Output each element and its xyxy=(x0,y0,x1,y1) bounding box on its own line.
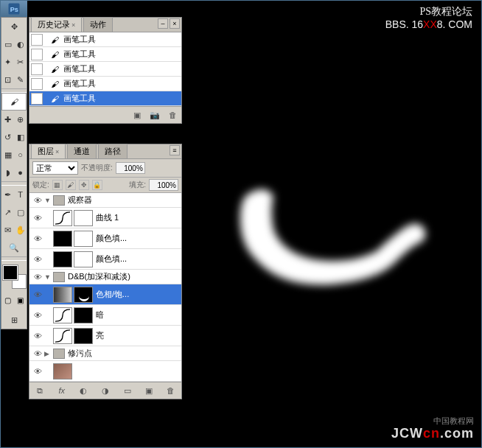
link-icon[interactable]: ⧉ xyxy=(32,385,47,396)
history-item[interactable]: 🖌画笔工具 xyxy=(29,47,181,62)
layer-thumbnail[interactable] xyxy=(53,363,72,379)
visibility-icon[interactable]: 👁 xyxy=(31,214,44,223)
layer-thumbnail[interactable] xyxy=(53,210,72,226)
layer-thumbnail[interactable] xyxy=(53,251,72,267)
mask-thumbnail[interactable] xyxy=(74,231,93,247)
tab-paths[interactable]: 路径 xyxy=(98,144,128,158)
mask-thumbnail[interactable] xyxy=(74,307,93,323)
expand-arrow-icon[interactable]: ▼ xyxy=(44,273,53,281)
visibility-icon[interactable]: 👁 xyxy=(31,367,44,376)
opacity-input[interactable] xyxy=(116,162,145,174)
marquee-tool[interactable]: ▭ xyxy=(1,35,14,53)
quickmask-on[interactable]: ▣ xyxy=(14,293,27,307)
history-item[interactable]: 🖌画笔工具 xyxy=(29,77,181,91)
wand-tool[interactable]: ✦ xyxy=(1,53,14,71)
screen-mode[interactable]: ⊞ xyxy=(1,311,27,329)
fx-icon[interactable]: fx xyxy=(55,385,69,396)
history-checkbox[interactable] xyxy=(31,63,43,75)
quickmask-off[interactable]: ▢ xyxy=(1,293,14,307)
visibility-icon[interactable]: 👁 xyxy=(31,234,44,243)
tab-history[interactable]: 历史记录× xyxy=(31,17,82,32)
expand-arrow-icon[interactable]: ▶ xyxy=(44,350,53,357)
slice-tool[interactable]: ⊡ xyxy=(1,71,14,88)
history-item[interactable]: 🖌画笔工具 xyxy=(29,32,181,47)
canvas[interactable] xyxy=(185,1,481,447)
history-checkbox[interactable] xyxy=(31,34,43,46)
visibility-icon[interactable]: 👁 xyxy=(31,196,44,205)
layer-row[interactable]: 👁暗 xyxy=(29,305,181,326)
mask-icon[interactable]: ◐ xyxy=(76,385,91,396)
history-brush-tool[interactable]: ↺ xyxy=(1,128,14,146)
layer-group[interactable]: 👁▼D&B(加深和减淡) xyxy=(29,270,181,284)
layer-row[interactable]: 👁色相/饱... xyxy=(29,284,181,305)
foreground-color[interactable] xyxy=(3,265,18,280)
layer-thumbnail[interactable] xyxy=(53,231,72,247)
eraser-tool[interactable]: ◧ xyxy=(14,128,27,146)
mask-thumbnail[interactable] xyxy=(74,287,93,303)
new-layer-icon[interactable]: ▣ xyxy=(142,385,156,396)
history-checkbox[interactable] xyxy=(31,78,43,90)
layer-row[interactable]: 👁 xyxy=(29,361,181,382)
close-icon[interactable]: × xyxy=(71,21,75,29)
history-checkbox[interactable] xyxy=(31,49,43,60)
layer-row[interactable]: 👁颜色填... xyxy=(29,249,181,270)
visibility-icon[interactable]: 👁 xyxy=(31,273,44,281)
adjustment-icon[interactable]: ◑ xyxy=(98,385,113,396)
sponge-tool[interactable]: ● xyxy=(14,164,27,181)
history-checkbox[interactable] xyxy=(31,93,43,105)
visibility-icon[interactable]: 👁 xyxy=(31,255,44,264)
camera-icon[interactable]: 📷 xyxy=(148,109,161,121)
brush-tool[interactable]: 🖌 xyxy=(1,93,27,111)
layer-row[interactable]: 👁颜色填... xyxy=(29,228,181,249)
panel-menu-icon[interactable]: ≡ xyxy=(170,145,180,155)
lasso-tool[interactable]: ◐ xyxy=(14,35,27,53)
mask-thumbnail[interactable] xyxy=(74,251,93,267)
history-item[interactable]: 🖌画笔工具 xyxy=(29,62,181,77)
visibility-icon[interactable]: 👁 xyxy=(31,290,44,299)
minimize-icon[interactable]: – xyxy=(158,18,168,29)
blur-tool[interactable]: ○ xyxy=(14,146,27,164)
eyedropper-tool[interactable]: ✎ xyxy=(14,71,27,88)
visibility-icon[interactable]: 👁 xyxy=(31,349,44,358)
healing-tool[interactable]: ✚ xyxy=(1,111,14,128)
close-panel-icon[interactable]: × xyxy=(170,18,180,29)
hand-tool[interactable]: ✋ xyxy=(14,221,27,239)
dodge-tool[interactable]: ◗ xyxy=(1,164,14,181)
close-icon[interactable]: × xyxy=(55,148,59,155)
layer-row[interactable]: 👁曲线 1 xyxy=(29,208,181,228)
mask-thumbnail[interactable] xyxy=(74,328,93,344)
blend-mode-select[interactable]: 正常 xyxy=(32,161,78,175)
path-tool[interactable]: ↗ xyxy=(1,203,14,221)
layer-group[interactable]: 👁▼观察器 xyxy=(29,193,181,208)
expand-arrow-icon[interactable]: ▼ xyxy=(44,197,53,204)
pen-tool[interactable]: ✒ xyxy=(1,186,14,203)
layer-thumbnail[interactable] xyxy=(53,328,72,344)
trash-icon[interactable]: 🗑 xyxy=(166,109,179,121)
new-snapshot-icon[interactable]: ▣ xyxy=(130,109,144,121)
tab-layers[interactable]: 图层× xyxy=(31,144,66,158)
tab-channels[interactable]: 通道 xyxy=(67,144,97,158)
stamp-tool[interactable]: ⊕ xyxy=(14,111,27,128)
fill-input[interactable] xyxy=(149,179,178,191)
gradient-tool[interactable]: ▦ xyxy=(1,146,14,164)
zoom-tool[interactable]: 🔍 xyxy=(1,239,27,256)
delete-icon[interactable]: 🗑 xyxy=(164,385,178,396)
group-icon[interactable]: ▭ xyxy=(120,385,135,396)
layer-thumbnail[interactable] xyxy=(53,307,72,323)
history-item[interactable]: 🖌画笔工具 xyxy=(29,91,181,106)
lock-transparency-icon[interactable]: ▦ xyxy=(52,180,63,190)
mask-thumbnail[interactable] xyxy=(74,210,93,226)
shape-tool[interactable]: ▢ xyxy=(14,203,27,221)
layer-row[interactable]: 👁亮 xyxy=(29,326,181,346)
layer-thumbnail[interactable] xyxy=(53,287,72,303)
lock-all-icon[interactable]: 🔒 xyxy=(92,180,102,190)
move-tool[interactable]: ✥ xyxy=(1,18,27,35)
notes-tool[interactable]: ✉ xyxy=(1,221,14,239)
lock-paint-icon[interactable]: 🖌 xyxy=(66,180,76,190)
layer-group[interactable]: 👁▶修污点 xyxy=(29,346,181,361)
visibility-icon[interactable]: 👁 xyxy=(31,311,44,320)
tab-actions[interactable]: 动作 xyxy=(83,17,113,32)
type-tool[interactable]: T xyxy=(14,186,27,203)
color-swatches[interactable] xyxy=(1,264,28,290)
lock-position-icon[interactable]: ✥ xyxy=(79,180,89,190)
